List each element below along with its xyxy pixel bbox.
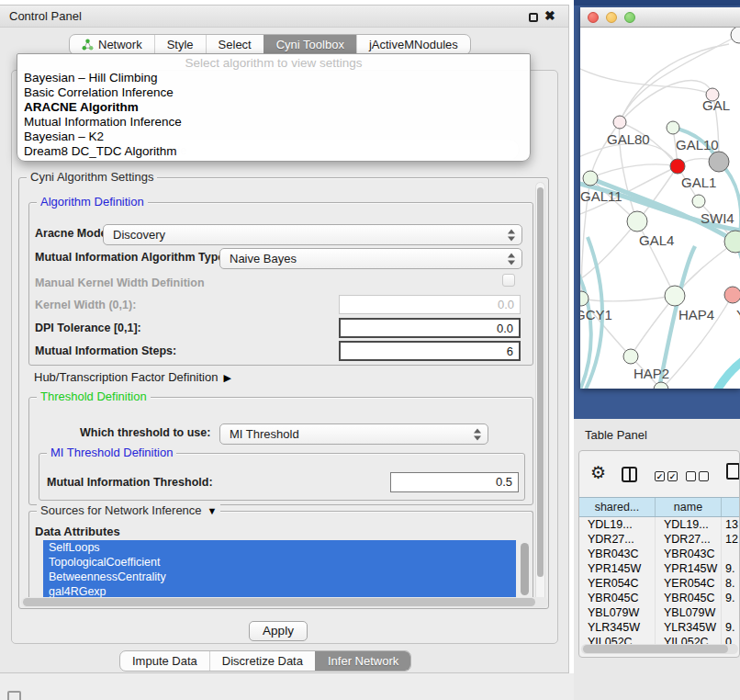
tab-network[interactable]: Network [70,35,154,54]
table-header-row: shared...name [579,497,740,517]
tab-jactivemnodules[interactable]: jActiveMNodules [356,35,470,54]
column-selector-icon[interactable] [622,467,637,482]
network-node-gal1[interactable] [670,159,685,174]
select-all-checkbox-icon[interactable] [667,471,678,481]
table-cell: YDR27... [579,532,656,547]
sources-title[interactable]: Sources for Network Inference▼ [37,503,220,517]
table-horizontal-scrollbar[interactable] [581,644,738,654]
attributes-scrollbar-thumb[interactable] [521,543,529,595]
tab-style[interactable]: Style [154,35,206,54]
aracne-mode-combo[interactable]: Discovery [103,224,522,245]
algorithm-definition-title: Algorithm Definition [37,195,148,209]
network-canvas[interactable]: GALGAL80GAL10GAL1GAL11SWI4GAL4GCY1HAP4YH… [580,28,740,389]
algorithm-option[interactable]: Dream8 DC_TDC Algorithm [17,144,530,159]
hub-factor-expander[interactable]: Hub/Transcription Factor Definition▶ [34,370,231,384]
attribute-list-item[interactable]: SelfLoops [43,540,516,555]
deselect-all-checkbox-icon[interactable] [699,471,709,481]
network-node-gal11[interactable] [583,171,598,186]
settings-vertical-scrollbar[interactable] [535,182,545,603]
network-node-label: GAL [702,97,730,113]
table-cell: 13 [722,517,740,532]
network-node-gal80[interactable] [613,116,626,129]
settings-vertical-scrollbar-thumb[interactable] [537,187,544,577]
close-window-icon[interactable] [588,12,599,23]
tab-infer-network[interactable]: Infer Network [315,651,410,671]
table-cell: YPR145W [579,561,656,576]
tab-select[interactable]: Select [206,35,263,54]
algorithm-option[interactable]: Bayesian – Hill Climbing [17,71,530,85]
network-edge[interactable] [581,296,675,301]
network-graph[interactable]: GALGAL80GAL10GAL1GAL11SWI4GAL4GCY1HAP4YH… [580,28,740,389]
network-edge[interactable] [580,64,712,95]
mi-algorithm-type-combo[interactable]: Naive Bayes [219,248,522,269]
zoom-window-icon[interactable] [624,12,635,23]
network-edge[interactable] [590,164,678,178]
table-cell: 9. [722,591,740,605]
table-column-header[interactable]: name [656,498,722,516]
network-edge[interactable] [714,356,740,389]
tab-discretize-data[interactable]: Discretize Data [209,651,315,671]
network-node-label: Y [736,307,740,322]
network-edge[interactable] [580,221,637,283]
minimize-window-icon[interactable] [606,12,617,23]
network-node-gal10[interactable] [667,121,679,134]
settings-horizontal-scrollbar-thumb[interactable] [23,598,535,606]
network-edge[interactable] [580,262,591,389]
table-column-header[interactable]: shared... [579,498,656,516]
algorithm-option[interactable]: ARACNE Algorithm [17,100,530,115]
network-node[interactable] [709,152,729,172]
tab-label: Infer Network [328,654,398,668]
table-row[interactable]: YDL19...YDL19...13 [579,517,740,532]
table-row[interactable]: YBR043CYBR043C [579,547,740,561]
table-row[interactable]: YBL079WYBL079W [579,605,740,620]
network-desktop-panel: GALGAL80GAL10GAL1GAL11SWI4GAL4GCY1HAP4YH… [574,0,740,419]
restore-panel-icon[interactable] [7,691,21,700]
network-edge[interactable] [675,242,735,296]
close-panel-icon[interactable] [544,8,555,23]
attribute-list-item[interactable]: TopologicalCoefficient [43,555,516,570]
attribute-list-item[interactable]: BetweennessCentrality [43,570,516,584]
network-node-gal4[interactable] [627,211,647,231]
algorithm-option[interactable]: Bayesian – K2 [17,130,530,144]
settings-horizontal-scrollbar[interactable] [21,597,548,607]
network-node-hap4[interactable] [665,286,685,306]
table-cell: YBL079W [656,605,722,620]
tab-label: Discretize Data [222,654,303,668]
network-node-swi4[interactable] [692,195,705,208]
deselect-all-checkbox-icon[interactable] [686,471,696,481]
cyni-bottom-tab-bar: Impute DataDiscretize DataInfer Network [119,650,411,672]
table-horizontal-scrollbar-thumb[interactable] [583,645,728,653]
threshold-definition-group: Threshold Definition Which threshold to … [28,397,533,505]
manual-kernel-width-checkbox[interactable] [502,274,515,287]
data-attributes-list: SelfLoopsTopologicalCoefficientBetweenne… [43,540,516,600]
apply-button[interactable]: Apply [249,621,308,641]
select-all-checkbox-icon[interactable] [655,471,665,481]
table-column-header[interactable] [722,498,740,516]
dpi-tolerance-label: DPI Tolerance [0,1]: [35,322,141,334]
export-table-icon[interactable] [726,463,740,480]
mi-steps-field[interactable]: 6 [339,341,521,361]
network-node[interactable] [731,28,740,43]
which-threshold-combo[interactable]: MI Threshold [219,423,488,445]
tab-cyni-toolbox[interactable]: Cyni Toolbox [263,35,356,54]
table-row[interactable]: YLR345WYLR345W9. [579,620,740,635]
aracne-mode-label: Aracne Mode: [35,227,111,240]
mi-threshold-field[interactable]: 0.5 [390,472,519,492]
table-row[interactable]: YPR145WYPR145W9. [579,561,740,576]
network-node-hap2[interactable] [623,349,638,364]
kernel-width-field[interactable]: 0.0 [339,295,521,314]
table-row[interactable]: YER054CYER054C8. [579,576,740,591]
table-settings-gear-icon[interactable] [590,462,606,483]
table-row[interactable]: YDR27...YDR27...12 [579,532,740,547]
control-panel-tab-bar: NetworkStyleSelectCyni ToolboxjActiveMNo… [69,34,471,55]
dpi-tolerance-field[interactable]: 0.0 [339,318,521,338]
algorithm-option[interactable]: Mutual Information Inference [17,115,530,130]
node-table: shared...name YDL19...YDL19...13YDR27...… [579,497,740,649]
network-node-y[interactable] [724,287,740,303]
table-row[interactable]: YBR045CYBR045C9. [579,591,740,605]
algorithm-option[interactable]: Basic Correlation Inference [17,85,530,100]
mi-algorithm-type-label: Mutual Information Algorithm Type: [35,251,228,264]
float-panel-icon[interactable] [529,13,538,22]
table-cell: YER054C [579,576,656,591]
tab-impute-data[interactable]: Impute Data [120,651,209,671]
